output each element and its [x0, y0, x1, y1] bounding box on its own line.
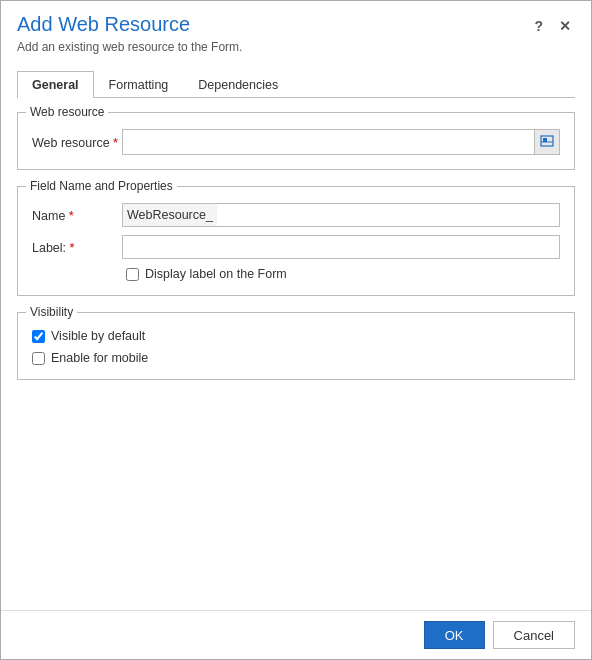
- dialog-header: Add Web Resource Add an existing web res…: [1, 1, 591, 60]
- visible-by-default-checkbox[interactable]: [32, 330, 45, 343]
- name-required-star: *: [69, 208, 74, 223]
- name-input-wrap: WebResource_: [122, 203, 560, 227]
- web-resource-content: Web resource *: [32, 129, 560, 155]
- dialog-title-area: Add Web Resource Add an existing web res…: [17, 13, 530, 54]
- display-label-text[interactable]: Display label on the Form: [145, 267, 287, 281]
- field-name-content: Name * WebResource_ Label: *: [32, 203, 560, 281]
- web-resource-legend: Web resource: [26, 105, 108, 119]
- dialog-subtitle: Add an existing web resource to the Form…: [17, 40, 530, 54]
- tabs: General Formatting Dependencies: [17, 70, 575, 98]
- enable-mobile-row: Enable for mobile: [32, 351, 560, 365]
- web-resource-label: Web resource *: [32, 135, 122, 150]
- browse-button[interactable]: [534, 129, 560, 155]
- web-resource-field-row: Web resource *: [32, 129, 560, 155]
- label-required-star: *: [70, 240, 75, 255]
- label-field-row: Label: *: [32, 235, 560, 259]
- visible-by-default-row: Visible by default: [32, 329, 560, 343]
- web-resource-input[interactable]: [122, 129, 534, 155]
- dialog-title: Add Web Resource: [17, 13, 530, 36]
- tab-dependencies[interactable]: Dependencies: [183, 71, 293, 98]
- visibility-section: Visibility Visible by default Enable for…: [17, 312, 575, 380]
- field-name-section: Field Name and Properties Name * WebReso…: [17, 186, 575, 296]
- name-input-area: WebResource_: [122, 203, 560, 227]
- svg-rect-1: [543, 138, 547, 142]
- name-prefix: WebResource_: [122, 203, 217, 227]
- browse-icon: [540, 135, 554, 149]
- help-icon[interactable]: ?: [530, 17, 547, 35]
- web-resource-input-wrap: [122, 129, 560, 155]
- ok-button[interactable]: OK: [424, 621, 485, 649]
- dialog-footer: OK Cancel: [1, 610, 591, 659]
- tab-general[interactable]: General: [17, 71, 94, 98]
- close-icon[interactable]: ✕: [555, 17, 575, 35]
- field-name-legend: Field Name and Properties: [26, 179, 177, 193]
- label-input-area: [122, 235, 560, 259]
- name-field-row: Name * WebResource_: [32, 203, 560, 227]
- dialog-header-icons: ? ✕: [530, 13, 575, 35]
- name-input[interactable]: [217, 203, 560, 227]
- web-resource-section: Web resource Web resource *: [17, 112, 575, 170]
- enable-mobile-label[interactable]: Enable for mobile: [51, 351, 148, 365]
- web-resource-input-area: [122, 129, 560, 155]
- enable-mobile-checkbox[interactable]: [32, 352, 45, 365]
- label-input[interactable]: [122, 235, 560, 259]
- visible-by-default-label[interactable]: Visible by default: [51, 329, 145, 343]
- web-resource-required-star: *: [113, 135, 118, 150]
- visibility-legend: Visibility: [26, 305, 77, 319]
- label-field-label: Label: *: [32, 240, 122, 255]
- tab-formatting[interactable]: Formatting: [94, 71, 184, 98]
- display-label-row: Display label on the Form: [126, 267, 560, 281]
- name-label: Name *: [32, 208, 122, 223]
- visibility-content: Visible by default Enable for mobile: [32, 329, 560, 365]
- dialog-body: General Formatting Dependencies Web reso…: [1, 60, 591, 610]
- cancel-button[interactable]: Cancel: [493, 621, 575, 649]
- add-web-resource-dialog: Add Web Resource Add an existing web res…: [0, 0, 592, 660]
- display-label-checkbox[interactable]: [126, 268, 139, 281]
